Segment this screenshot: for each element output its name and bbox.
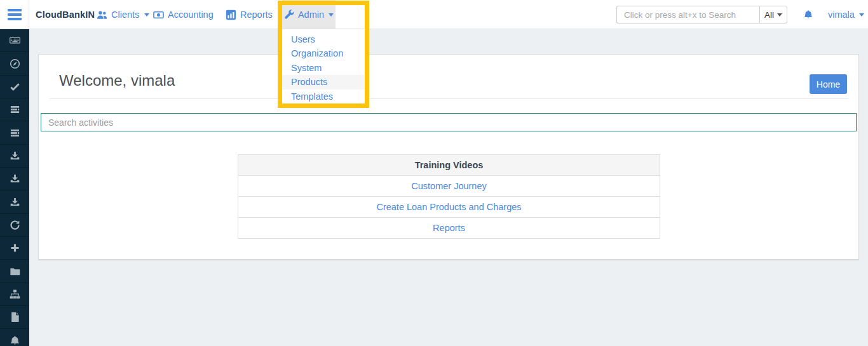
list-icon [10, 128, 20, 138]
menu-item-products[interactable]: Products [282, 75, 365, 89]
menu-item-users[interactable]: Users [282, 32, 365, 46]
search-filter-label: All [764, 10, 774, 20]
money-icon [153, 10, 164, 20]
table-row: Create Loan Products and Charges [238, 197, 660, 218]
divider [50, 98, 848, 99]
compass-icon [10, 58, 20, 69]
list-icon [10, 104, 20, 115]
bell-icon [803, 10, 813, 20]
sidebar-item-compass[interactable] [0, 52, 29, 75]
sidebar-item-file[interactable] [0, 306, 29, 329]
top-navbar: CloudBankIN Clients Accounting Reports A… [0, 0, 868, 29]
menu-item-organization[interactable]: Organization [282, 46, 365, 60]
sidebar-item-list[interactable] [0, 98, 29, 121]
download-icon [10, 173, 20, 184]
admin-dropdown-menu: Users Organization System Products Templ… [282, 29, 365, 105]
chevron-down-icon [777, 13, 782, 17]
brand-logo[interactable]: CloudBankIN [36, 0, 95, 29]
username-label: vimala [828, 10, 855, 20]
download-icon [10, 150, 20, 161]
home-button[interactable]: Home [810, 74, 847, 94]
link-reports[interactable]: Reports [433, 223, 465, 233]
hamburger-icon [8, 9, 22, 11]
folder-icon [10, 266, 20, 277]
nav-item-label: Accounting [168, 10, 214, 20]
table-row: Reports [238, 218, 660, 239]
bell-icon [10, 335, 20, 346]
wrench-icon [284, 10, 295, 20]
sidebar-item-folder[interactable] [0, 260, 29, 283]
menu-item-templates[interactable]: Templates [282, 90, 365, 103]
search-activities-input[interactable] [41, 113, 857, 131]
sidebar-item-bell[interactable] [0, 329, 29, 346]
refresh-icon [10, 220, 20, 230]
table-header-row: Training Videos [238, 155, 660, 176]
menu-toggle-button[interactable] [0, 0, 29, 29]
main-panel: Welcome, vimala Home Training Videos Cus… [38, 54, 859, 260]
sidebar-item-download[interactable] [0, 190, 29, 213]
user-menu[interactable]: vimala [828, 0, 864, 29]
sidebar-item-check[interactable] [0, 76, 29, 98]
nav-item-label: Reports [240, 10, 273, 20]
nav-item-clients[interactable]: Clients [97, 0, 149, 29]
table-row: Customer Journey [238, 176, 660, 197]
menu-item-system[interactable]: System [282, 61, 365, 75]
sidebar-item-list[interactable] [0, 121, 29, 144]
nav-item-accounting[interactable]: Accounting [153, 0, 214, 29]
nav-item-reports[interactable]: Reports [226, 0, 283, 29]
table-header: Training Videos [238, 155, 660, 176]
sidebar [0, 29, 29, 346]
nav-item-label: Admin [298, 10, 324, 20]
sidebar-item-plus[interactable] [0, 237, 29, 260]
sidebar-item-sitemap[interactable] [0, 283, 29, 306]
nav-item-admin[interactable]: Admin [282, 0, 336, 29]
chevron-down-icon [329, 13, 334, 17]
file-icon [10, 312, 20, 323]
training-videos-table: Training Videos Customer Journey Create … [238, 154, 660, 239]
bar-chart-icon [226, 10, 236, 20]
global-search-input[interactable] [616, 6, 759, 23]
link-customer-journey[interactable]: Customer Journey [411, 181, 486, 191]
chevron-down-icon [859, 13, 864, 17]
global-search: All [616, 6, 787, 23]
nav-item-label: Clients [111, 10, 139, 20]
page-title: Welcome, vimala [59, 72, 175, 90]
sidebar-item-download[interactable] [0, 145, 29, 168]
chevron-down-icon [144, 13, 149, 17]
users-icon [97, 10, 107, 20]
sidebar-item-download[interactable] [0, 168, 29, 190]
sidebar-item-keyboard[interactable] [0, 29, 29, 52]
plus-icon [10, 243, 20, 253]
check-icon [10, 81, 20, 92]
keyboard-icon [10, 35, 20, 46]
search-filter-dropdown[interactable]: All [759, 6, 787, 23]
download-icon [10, 197, 20, 208]
sitemap-icon [10, 289, 20, 300]
sidebar-item-refresh[interactable] [0, 214, 29, 237]
link-create-loan-products[interactable]: Create Loan Products and Charges [376, 202, 521, 212]
notifications-button[interactable] [803, 0, 813, 29]
